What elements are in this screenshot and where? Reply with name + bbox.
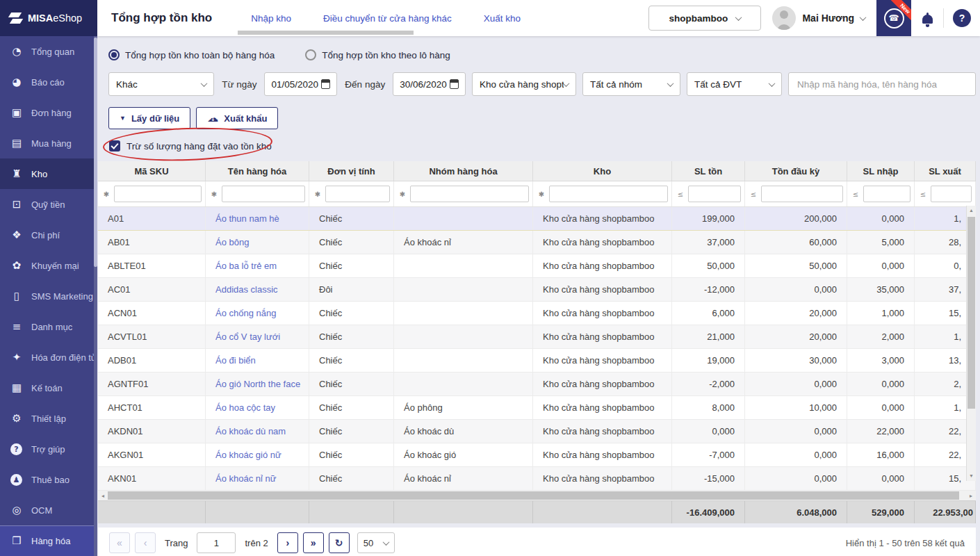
sidebar-item-mua-hang[interactable]: ▤Mua hàng bbox=[0, 128, 97, 158]
product-link[interactable]: Addidas classic bbox=[215, 284, 278, 295]
product-link[interactable]: Áo gió North the face bbox=[215, 379, 300, 389]
warehouse-select[interactable]: Kho cửa hàng shopt bbox=[472, 72, 576, 96]
sidebar-item-kho[interactable]: ♜Kho bbox=[0, 158, 97, 189]
column-header-sl_ton[interactable]: SL tồn bbox=[672, 161, 745, 181]
sidebar-item-khuyen-mai[interactable]: ✿Khuyến mại bbox=[0, 250, 97, 281]
product-link[interactable]: Áo hoa cộc tay bbox=[215, 402, 275, 413]
table-row[interactable]: A01Áo thun nam hèChiếcKho cửa hàng shopb… bbox=[98, 207, 976, 231]
column-header-sl_xuat[interactable]: SL xuất bbox=[915, 161, 976, 181]
table-row[interactable]: AB01Áo bôngChiếcÁo khoác nỉKho cửa hàng … bbox=[98, 231, 976, 254]
calendar-icon[interactable] bbox=[450, 79, 459, 89]
product-link[interactable]: Áo ba lỗ trẻ em bbox=[215, 261, 277, 271]
sidebar-item-danh-muc[interactable]: ≡Danh mục bbox=[0, 311, 97, 342]
product-link[interactable]: Áo khoác gió nữ bbox=[215, 450, 281, 460]
filter-input-sku[interactable] bbox=[114, 186, 202, 202]
page-size-select[interactable]: 50 bbox=[357, 532, 395, 553]
table-row[interactable]: AGNTF01Áo gió North the faceChiếcKho cửa… bbox=[98, 373, 976, 396]
column-header-sl_nhap[interactable]: SL nhập bbox=[847, 161, 915, 181]
product-link[interactable]: Áo khoác nỉ nữ bbox=[215, 473, 276, 484]
contains-filter-icon[interactable]: ✱ bbox=[537, 190, 546, 198]
filter-input-sl_nhap[interactable] bbox=[863, 186, 910, 202]
lte-filter-icon[interactable]: ≤ bbox=[749, 190, 758, 198]
shop-selector[interactable]: shopbamboo bbox=[648, 6, 761, 31]
column-header-ton_dau_ky[interactable]: Tồn đầu kỳ bbox=[745, 161, 847, 181]
radio-all-goods[interactable]: Tổng hợp tồn kho toàn bộ hàng hóa bbox=[108, 49, 275, 60]
scroll-up-icon[interactable]: ▲ bbox=[967, 206, 976, 215]
sidebar-item-bao-cao[interactable]: ◕Báo cáo bbox=[0, 67, 97, 97]
table-row[interactable]: ADB01Áo đi biểnChiếcKho cửa hàng shopbam… bbox=[98, 349, 976, 373]
chevron-down-icon[interactable] bbox=[860, 14, 867, 21]
sidebar-scrollbar-thumb[interactable] bbox=[94, 38, 97, 267]
scroll-right-icon[interactable]: ▸ bbox=[966, 493, 976, 499]
sidebar-item-thue-bao[interactable]: ♟Thuê bao bbox=[0, 464, 97, 495]
scroll-down-icon[interactable]: ▼ bbox=[967, 472, 976, 480]
contains-filter-icon[interactable]: ✱ bbox=[209, 190, 219, 198]
avatar[interactable] bbox=[772, 6, 796, 30]
product-link[interactable]: Áo chống nắng bbox=[215, 308, 276, 318]
column-header-warehouse[interactable]: Kho bbox=[533, 161, 672, 181]
filter-input-warehouse[interactable] bbox=[549, 186, 668, 202]
contains-filter-icon[interactable]: ✱ bbox=[398, 190, 407, 198]
tab-dieu-chuyen[interactable]: Điều chuyển từ cửa hàng khác bbox=[323, 13, 452, 24]
tab-xuat-kho[interactable]: Xuất kho bbox=[484, 13, 521, 24]
vertical-scrollbar-thumb[interactable] bbox=[967, 217, 975, 409]
horizontal-scrollbar-thumb[interactable] bbox=[108, 491, 959, 500]
lte-filter-icon[interactable]: ≤ bbox=[918, 190, 928, 198]
table-row[interactable]: AKDN01Áo khoác dù namChiếcÁo khoác dùKho… bbox=[98, 420, 976, 443]
contains-filter-icon[interactable]: ✱ bbox=[101, 190, 111, 198]
column-header-unit[interactable]: Đơn vị tính bbox=[309, 161, 394, 181]
product-link[interactable]: Áo thun nam hè bbox=[215, 213, 279, 224]
last-page-button[interactable]: » bbox=[303, 532, 324, 553]
contains-filter-icon[interactable]: ✱ bbox=[313, 190, 322, 198]
product-link[interactable]: Áo đi biển bbox=[215, 355, 256, 366]
next-page-button[interactable]: › bbox=[277, 532, 298, 553]
column-header-name[interactable]: Tên hàng hóa bbox=[206, 161, 309, 181]
filter-input-sl_ton[interactable] bbox=[688, 186, 741, 202]
get-data-button[interactable]: ▼ Lấy dữ liệu bbox=[108, 107, 190, 129]
filter-input-name[interactable] bbox=[222, 186, 305, 202]
horizontal-scrollbar[interactable]: ◂ ▸ bbox=[98, 491, 976, 500]
product-search-input[interactable] bbox=[796, 79, 968, 90]
sidebar-item-hoa-don-dien-tu[interactable]: ✦Hóa đơn điện tử bbox=[0, 342, 97, 373]
from-date-input[interactable]: 01/05/2020 bbox=[264, 72, 337, 96]
sidebar-item-thiet-lap[interactable]: ⚙Thiết lập bbox=[0, 403, 97, 434]
table-row[interactable]: ACN01Áo chống nắngChiếcKho cửa hàng shop… bbox=[98, 302, 976, 325]
filter-input-ton_dau_ky[interactable] bbox=[761, 186, 843, 202]
table-row[interactable]: ABLTE01Áo ba lỗ trẻ emChiếcKho cửa hàng … bbox=[98, 254, 976, 278]
scroll-left-icon[interactable]: ◂ bbox=[98, 493, 108, 499]
first-page-button[interactable]: « bbox=[109, 532, 130, 553]
column-header-group[interactable]: Nhóm hàng hóa bbox=[394, 161, 533, 181]
sidebar-item-ke-toan[interactable]: ▦Kế toán bbox=[0, 373, 97, 403]
table-row[interactable]: AKGN01Áo khoác gió nữChiếcÁo khoác gióKh… bbox=[98, 443, 976, 467]
calendar-icon[interactable] bbox=[321, 79, 330, 89]
radio-by-lot[interactable]: Tổng hợp tồn kho theo lô hàng bbox=[305, 49, 450, 60]
sidebar-item-tong-quan[interactable]: ◔Tổng quan bbox=[0, 36, 97, 67]
product-link[interactable]: Áo bông bbox=[215, 237, 249, 247]
lte-filter-icon[interactable]: ≤ bbox=[676, 190, 685, 198]
uom-select[interactable]: Tất cả ĐVT bbox=[687, 72, 782, 96]
support-button[interactable]: ☎ New bbox=[876, 0, 911, 36]
sidebar-item-ocm[interactable]: ◎OCM bbox=[0, 495, 97, 525]
column-header-sku[interactable]: Mã SKU bbox=[98, 161, 206, 181]
product-link[interactable]: Áo cổ V tay lưới bbox=[215, 332, 280, 342]
filter-input-unit[interactable] bbox=[325, 186, 390, 202]
table-row[interactable]: AC01Addidas classicĐôiKho cửa hàng shopb… bbox=[98, 278, 976, 302]
sidebar-item-tro-giup[interactable]: ?Trợ giúp bbox=[0, 434, 97, 464]
table-row[interactable]: AHCT01Áo hoa cộc tayChiếcÁo phôngKho cửa… bbox=[98, 396, 976, 420]
vertical-scrollbar[interactable]: ▲ ▼ bbox=[966, 206, 976, 481]
sidebar-item-chi-phi[interactable]: ❖Chi phí bbox=[0, 220, 97, 250]
notifications-button[interactable] bbox=[911, 13, 943, 24]
lte-filter-icon[interactable]: ≤ bbox=[851, 190, 860, 198]
table-row[interactable]: AKN01Áo khoác nỉ nữChiếcÁo khoác nỉKho c… bbox=[98, 467, 976, 491]
page-number-input[interactable] bbox=[197, 532, 236, 553]
help-button[interactable]: ? bbox=[944, 9, 980, 27]
sidebar-item-sms-marketing[interactable]: ▯SMS Marketing bbox=[0, 281, 97, 311]
sidebar-scrollbar[interactable] bbox=[94, 36, 97, 556]
table-row[interactable]: ACVTL01Áo cổ V tay lướiChiếcKho cửa hàng… bbox=[98, 325, 976, 349]
refresh-button[interactable]: ↻ bbox=[329, 532, 350, 553]
filter-input-sl_xuat[interactable] bbox=[931, 186, 972, 202]
product-link[interactable]: Áo khoác dù nam bbox=[215, 426, 286, 436]
logo[interactable]: MISAeShop bbox=[0, 0, 97, 36]
export-button[interactable]: ☁ Xuất khẩu bbox=[196, 107, 278, 129]
to-date-input[interactable]: 30/06/2020 bbox=[393, 72, 466, 96]
